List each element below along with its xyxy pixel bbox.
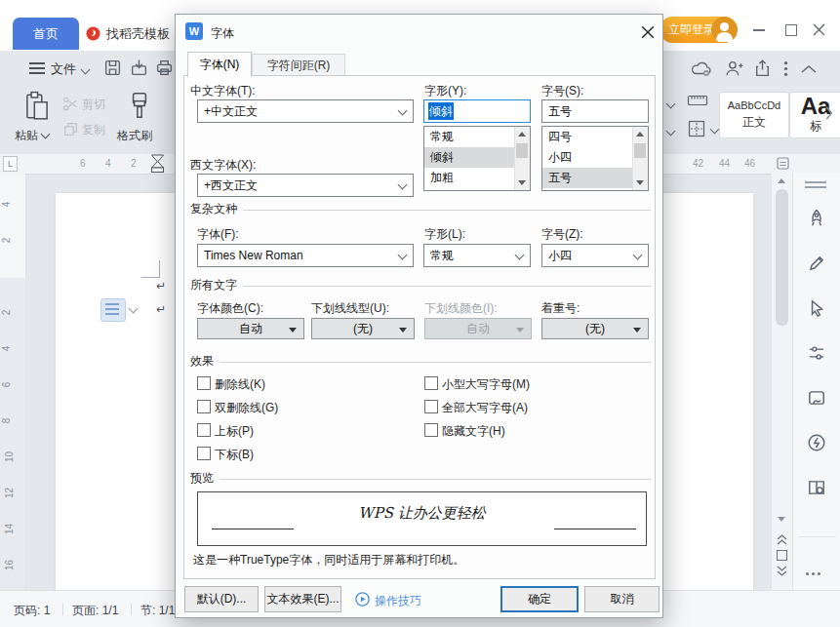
list-item-selected[interactable]: 五号 — [542, 168, 633, 188]
ruler-number: 2 — [1, 238, 12, 244]
sidebar-handle-icon[interactable] — [805, 186, 826, 188]
text-effects-button[interactable]: 文本效果(E)... — [264, 586, 341, 612]
tips-link[interactable]: 操作技巧 — [375, 593, 421, 609]
tab-character-spacing[interactable]: 字符间距(R) — [252, 54, 345, 77]
emphasis-dropdown[interactable]: (无) — [541, 318, 649, 339]
file-menu[interactable]: 文件 — [51, 60, 76, 78]
select-browse-object-icon[interactable] — [777, 550, 787, 561]
tab-stop-selector[interactable]: L — [3, 156, 18, 172]
window-close-icon[interactable] — [813, 23, 825, 36]
cx-size-combo[interactable]: 小四 — [541, 244, 649, 267]
maximize-button[interactable] — [782, 21, 798, 37]
card-tools-icon[interactable] — [807, 388, 826, 408]
checkbox-label[interactable]: 下标(B) — [215, 447, 254, 463]
pen-icon[interactable] — [807, 254, 826, 273]
indent-marker[interactable] — [150, 154, 165, 174]
tab-home[interactable]: 首页 — [13, 18, 79, 50]
ok-button[interactable]: 确定 — [500, 586, 579, 612]
content-helper-icon[interactable] — [100, 298, 126, 322]
font-color-dropdown[interactable]: 自动 — [197, 318, 304, 339]
scroll-up-icon[interactable] — [778, 178, 785, 183]
checkbox-all-caps[interactable] — [424, 400, 438, 413]
cn-style-list[interactable]: 常规 倾斜 加粗 — [423, 126, 531, 191]
borders-dropdown-icon[interactable] — [710, 125, 720, 135]
scrollbar-thumb[interactable] — [776, 189, 788, 326]
cursor-icon[interactable] — [807, 298, 826, 318]
scrollbar-thumb[interactable] — [516, 143, 528, 158]
play-circle-icon[interactable] — [355, 592, 370, 607]
list-item[interactable]: 四号 — [542, 127, 633, 147]
cn-font-combo[interactable]: +中文正文 — [197, 99, 414, 123]
cancel-button[interactable]: 取消 — [584, 586, 660, 612]
list-scrollbar[interactable] — [514, 127, 530, 190]
checkbox-hidden-text[interactable] — [424, 423, 438, 437]
checkbox-superscript[interactable] — [197, 423, 211, 437]
borders-icon[interactable] — [687, 119, 706, 138]
scroll-up-icon[interactable] — [518, 132, 526, 137]
reference-search-icon[interactable] — [807, 478, 826, 497]
partial-dropdown-icon[interactable] — [666, 99, 676, 109]
vertical-ruler[interactable]: 4 2 2 4 6 8 10 12 14 16 — [0, 174, 26, 590]
checkbox-double-strikethrough[interactable] — [197, 400, 211, 413]
document-scrollbar[interactable] — [771, 174, 793, 590]
list-item[interactable]: 常规 — [424, 127, 515, 147]
style-card-body-text[interactable]: AaBbCcDd 正文 — [719, 92, 789, 138]
list-item-selected[interactable]: 倾斜 — [424, 147, 515, 168]
checkbox-label[interactable]: 上标(P) — [215, 423, 254, 440]
checkbox-small-caps[interactable] — [424, 376, 438, 390]
next-page-icon[interactable] — [776, 566, 788, 576]
underline-style-dropdown[interactable]: (无) — [311, 318, 415, 339]
checkbox-subscript[interactable] — [197, 447, 211, 460]
checkbox-label[interactable]: 隐藏文字(H) — [442, 423, 505, 440]
char-border-icon[interactable] — [687, 92, 708, 109]
sidebar-handle-icon[interactable] — [805, 181, 826, 183]
checkbox-label[interactable]: 全部大写字母(A) — [442, 400, 528, 416]
scroll-down-icon[interactable] — [518, 180, 526, 185]
list-item[interactable]: 加粗 — [424, 168, 515, 188]
tab-docer[interactable]: 找稻壳模板 — [86, 18, 180, 50]
adjust-sliders-icon[interactable] — [807, 343, 826, 363]
tab-font[interactable]: 字体(N) — [187, 52, 252, 77]
add-user-icon[interactable] — [725, 59, 743, 78]
save-icon[interactable] — [103, 59, 122, 77]
checkbox-label[interactable]: 小型大写字母(M) — [442, 376, 530, 393]
paste-icon[interactable] — [24, 91, 50, 122]
style-gallery-expand-icon[interactable] — [824, 105, 833, 121]
share-icon[interactable] — [753, 59, 772, 78]
minimize-button[interactable] — [751, 21, 767, 37]
en-font-combo[interactable]: +西文正文 — [197, 174, 414, 197]
sidebar-more-icon[interactable] — [806, 562, 823, 579]
cloud-sync-icon[interactable] — [691, 60, 712, 77]
file-menu-chevron-icon[interactable] — [81, 65, 91, 75]
menu-icon[interactable] — [29, 62, 45, 74]
cn-size-list[interactable]: 四号 小四 五号 — [541, 126, 649, 191]
format-painter-button[interactable]: 格式刷 — [117, 128, 152, 144]
list-item[interactable]: 小四 — [542, 147, 633, 168]
dialog-close-icon[interactable] — [641, 25, 655, 39]
cx-font-combo[interactable]: Times New Roman — [197, 244, 414, 267]
previous-page-icon[interactable] — [776, 534, 788, 545]
quick-tools-icon[interactable] — [807, 433, 826, 452]
cn-style-input[interactable]: 倾斜 — [423, 99, 531, 123]
scroll-down-icon[interactable] — [778, 517, 785, 522]
checkbox-strikethrough[interactable] — [197, 376, 211, 390]
checkbox-label[interactable]: 删除线(K) — [215, 376, 265, 393]
cn-size-input[interactable]: 五号 — [541, 99, 649, 123]
print-icon[interactable] — [155, 59, 174, 77]
page-setup-icon[interactable] — [776, 156, 790, 171]
scrollbar-thumb[interactable] — [634, 143, 646, 158]
rocket-icon[interactable] — [807, 209, 826, 228]
list-scrollbar[interactable] — [632, 127, 648, 190]
cx-style-combo[interactable]: 常规 — [423, 244, 531, 267]
default-button[interactable]: 默认(D)... — [184, 586, 259, 612]
more-menu-icon[interactable] — [783, 60, 788, 77]
format-painter-icon[interactable] — [127, 91, 152, 122]
checkbox-label[interactable]: 双删除线(G) — [215, 400, 278, 416]
avatar[interactable] — [711, 17, 738, 43]
scroll-up-icon[interactable] — [636, 132, 644, 137]
scroll-down-icon[interactable] — [636, 180, 644, 185]
collapse-ribbon-icon[interactable] — [800, 64, 818, 74]
paste-button[interactable]: 粘贴 — [15, 128, 49, 144]
export-icon[interactable] — [130, 59, 148, 77]
partial-dropdown-icon-2[interactable] — [666, 127, 676, 137]
